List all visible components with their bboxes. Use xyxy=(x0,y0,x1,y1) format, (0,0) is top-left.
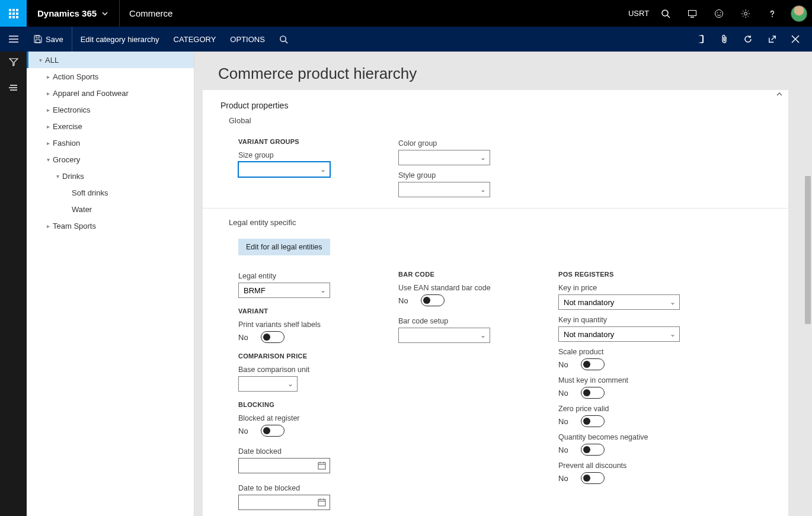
size-group-select[interactable]: ⌄ xyxy=(238,162,330,177)
must-key-comment-row: No xyxy=(558,387,695,399)
caret-down-icon: ▾ xyxy=(53,173,62,180)
section-title: Product properties xyxy=(220,101,771,110)
tree-node-water[interactable]: Water xyxy=(27,201,194,217)
field-label: Base comparison unit xyxy=(238,366,375,374)
related-info-button[interactable] xyxy=(9,84,18,92)
legal-entity-select[interactable]: BRMF⌄ xyxy=(238,283,330,298)
blocked-at-register-toggle[interactable] xyxy=(261,425,284,437)
group-label: VARIANT xyxy=(238,307,375,315)
svg-point-5 xyxy=(717,12,718,13)
main-area: Commerce product hierarchy Product prope… xyxy=(194,52,812,516)
office-button[interactable] xyxy=(689,27,712,52)
field-label: Color group xyxy=(398,139,535,148)
field-label: Date to be blocked xyxy=(238,484,375,492)
header-right: USRT xyxy=(625,0,812,27)
svg-line-1 xyxy=(667,15,670,18)
bar-code-setup-select[interactable]: ⌄ xyxy=(398,328,490,343)
print-variants-toggle[interactable] xyxy=(261,331,284,343)
search-icon xyxy=(279,35,288,44)
chevron-down-icon: ⌄ xyxy=(320,165,326,174)
key-in-price-select[interactable]: Not mandatory⌄ xyxy=(558,294,680,310)
close-icon xyxy=(791,35,800,43)
field-label: Quantity becomes negative xyxy=(558,433,695,441)
key-in-quantity-select[interactable]: Not mandatory⌄ xyxy=(558,326,680,342)
edit-all-legal-entities-button[interactable]: Edit for all legal entities xyxy=(238,239,330,255)
tree-node[interactable]: ▸Exercise xyxy=(27,118,194,134)
group-label: BAR CODE xyxy=(398,271,535,278)
tree-node[interactable]: ▸Action Sports xyxy=(27,68,194,85)
tree-node-all[interactable]: ▾ ALL xyxy=(27,52,194,68)
use-ean-toggle[interactable] xyxy=(421,294,445,306)
field-label: Key in quantity xyxy=(558,316,695,324)
save-button[interactable]: Save xyxy=(27,27,71,52)
base-comparison-unit-select[interactable]: ⌄ xyxy=(238,376,298,392)
chevron-down-icon: ⌄ xyxy=(480,331,486,339)
module-name: Commerce xyxy=(120,8,182,18)
filter-button[interactable] xyxy=(9,57,18,67)
page-title: Commerce product hierarchy xyxy=(194,52,812,90)
nav-menu-button[interactable] xyxy=(0,27,27,52)
company-picker[interactable]: USRT xyxy=(625,0,652,27)
tree-node[interactable]: ▸Electronics xyxy=(27,101,194,118)
tree-node-soft-drinks[interactable]: Soft drinks xyxy=(27,184,194,201)
caret-down-icon: ▾ xyxy=(43,156,53,163)
date-blocked-input[interactable] xyxy=(238,458,330,473)
date-to-be-blocked-input[interactable] xyxy=(238,495,330,510)
caret-right-icon: ▸ xyxy=(43,223,53,229)
svg-point-7 xyxy=(744,12,747,15)
group-label: POS REGISTERS xyxy=(558,271,695,278)
settings-button[interactable] xyxy=(732,0,759,27)
color-group-select[interactable]: ⌄ xyxy=(398,150,490,165)
help-button[interactable] xyxy=(759,0,785,27)
svg-line-15 xyxy=(285,41,287,43)
tab-category[interactable]: CATEGORY xyxy=(167,27,223,52)
vertical-scrollbar[interactable] xyxy=(801,93,812,516)
group-label: BLOCKING xyxy=(238,401,375,408)
field-label: Prevent all discounts xyxy=(558,461,695,470)
task-recorder-button[interactable] xyxy=(679,0,705,27)
prevent-discounts-toggle[interactable] xyxy=(581,472,605,484)
chevron-down-icon: ⌄ xyxy=(480,185,486,194)
edit-hierarchy-button[interactable]: Edit category hierarchy xyxy=(73,27,167,52)
tree-node-drinks[interactable]: ▾Drinks xyxy=(27,168,194,184)
tree-node[interactable]: ▸Team Sports xyxy=(27,217,194,234)
chevron-down-icon: ⌄ xyxy=(287,380,293,388)
user-avatar[interactable] xyxy=(785,0,812,27)
search-button[interactable] xyxy=(652,0,679,27)
app-switcher[interactable]: Dynamics 365 xyxy=(27,0,120,27)
popout-button[interactable] xyxy=(760,27,784,52)
feedback-button[interactable] xyxy=(705,0,732,27)
style-group-select[interactable]: ⌄ xyxy=(398,182,490,197)
caret-down-icon: ▾ xyxy=(36,57,45,63)
qty-negative-toggle[interactable] xyxy=(581,444,605,456)
field-label: Print variants shelf labels xyxy=(238,321,375,329)
chevron-down-icon xyxy=(101,10,108,17)
popout-icon xyxy=(768,35,776,44)
field-label: Legal entity xyxy=(238,272,375,280)
scale-product-toggle[interactable] xyxy=(581,358,605,370)
left-rail xyxy=(0,52,27,516)
subsection-global: Global xyxy=(229,116,771,125)
chevron-up-icon xyxy=(775,90,784,98)
refresh-icon xyxy=(743,34,753,44)
attach-button[interactable] xyxy=(712,27,736,52)
use-ean-row: No xyxy=(398,294,535,306)
svg-rect-13 xyxy=(36,40,40,43)
refresh-button[interactable] xyxy=(736,27,760,52)
zero-price-valid-toggle[interactable] xyxy=(581,415,605,427)
tree-node[interactable]: ▸Fashion xyxy=(27,134,194,151)
close-button[interactable] xyxy=(784,27,807,52)
field-label: Date blocked xyxy=(238,447,375,456)
collapse-section-button[interactable] xyxy=(775,90,784,98)
search-icon xyxy=(661,9,670,18)
svg-rect-21 xyxy=(318,463,325,469)
must-key-comment-toggle[interactable] xyxy=(581,387,605,399)
command-search-button[interactable] xyxy=(272,27,295,52)
app-launcher-button[interactable] xyxy=(0,0,27,27)
tab-options[interactable]: OPTIONS xyxy=(223,27,272,52)
hamburger-icon xyxy=(9,35,18,43)
tree-node-grocery[interactable]: ▾Grocery xyxy=(27,151,194,168)
subsection-legal-entity: Legal entity specific xyxy=(229,218,771,227)
tree-node[interactable]: ▸Apparel and Footwear xyxy=(27,85,194,101)
svg-point-8 xyxy=(772,16,773,17)
